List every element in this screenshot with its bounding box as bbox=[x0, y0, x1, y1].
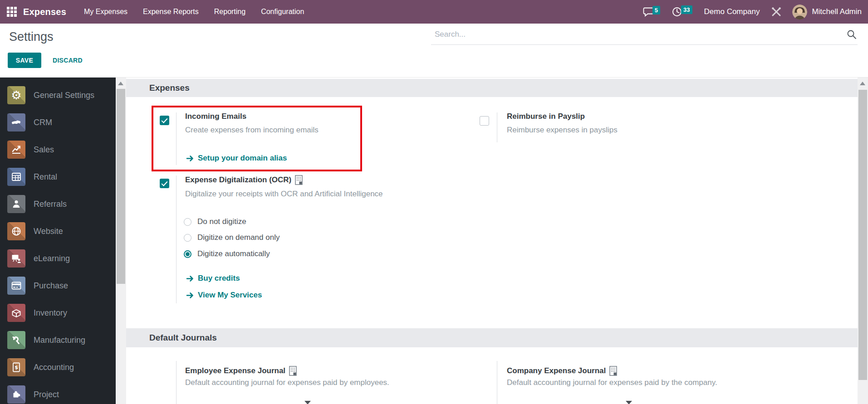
sidebar-item-website[interactable]: Website bbox=[0, 218, 116, 245]
app-title[interactable]: Expenses bbox=[23, 7, 66, 17]
sidebar-item-accounting[interactable]: $Accounting bbox=[0, 354, 116, 381]
reimburse-payslip-checkbox[interactable] bbox=[480, 116, 489, 126]
top-navbar: Expenses My ExpensesExpense ReportsRepor… bbox=[0, 0, 868, 24]
enterprise-icon bbox=[609, 366, 618, 376]
developer-tools-icon[interactable] bbox=[770, 6, 782, 18]
sidebar-item-label: Sales bbox=[34, 145, 54, 155]
sidebar-item-referrals[interactable]: Referrals bbox=[0, 190, 116, 218]
nav-item-my-expenses[interactable]: My Expenses bbox=[76, 0, 135, 24]
reimburse-payslip-description: Reimburse expenses in payslips bbox=[507, 126, 618, 135]
user-menu[interactable]: Mitchell Admin bbox=[812, 7, 862, 16]
sidebar-item-manufacturing[interactable]: Manufacturing bbox=[0, 326, 116, 354]
page-title: Settings bbox=[9, 30, 54, 44]
radio-option-digitize-automatically[interactable]: Digitize automatically bbox=[184, 249, 270, 258]
main-area: ⚙General SettingsCRMSalesRentalReferrals… bbox=[0, 77, 868, 404]
employee-journal-label: Employee Expense Journal bbox=[185, 366, 298, 376]
ocr-checkbox[interactable] bbox=[160, 179, 169, 188]
buy-credits-link[interactable]: Buy credits bbox=[186, 274, 240, 283]
activities-count-badge[interactable]: 33 bbox=[681, 5, 692, 14]
search-bar bbox=[431, 24, 858, 45]
search-input[interactable] bbox=[435, 26, 834, 43]
sidebar-scrollbar[interactable] bbox=[116, 78, 126, 404]
apps-menu-icon[interactable] bbox=[7, 7, 17, 17]
save-button[interactable]: SAVE bbox=[8, 53, 41, 68]
sidebar-item-label: CRM bbox=[34, 118, 52, 127]
incoming-emails-description: Create expenses from incoming emails bbox=[185, 126, 319, 135]
sidebar-item-label: General Settings bbox=[34, 91, 94, 100]
scrollbar-thumb[interactable] bbox=[117, 89, 125, 284]
control-panel: Settings SAVE DISCARD bbox=[0, 24, 868, 77]
invoice-icon: $ bbox=[7, 358, 25, 376]
scroll-up-arrow[interactable] bbox=[860, 82, 865, 85]
arrow-right-icon bbox=[186, 155, 194, 162]
nav-item-reporting[interactable]: Reporting bbox=[206, 0, 253, 24]
view-my-services-link[interactable]: View My Services bbox=[186, 291, 262, 300]
settings-content: Expenses Incoming Emails Create expenses… bbox=[126, 78, 858, 404]
spreadsheet-icon bbox=[7, 168, 25, 186]
radio-icon[interactable] bbox=[184, 234, 191, 242]
sidebar-item-general-settings[interactable]: ⚙General Settings bbox=[0, 82, 116, 109]
enterprise-icon bbox=[289, 366, 298, 376]
divider bbox=[176, 112, 177, 165]
sidebar-item-label: Website bbox=[34, 227, 63, 236]
nav-item-expense-reports[interactable]: Expense Reports bbox=[135, 0, 206, 24]
sidebar-item-sales[interactable]: Sales bbox=[0, 136, 116, 163]
sidebar-item-project[interactable]: Project bbox=[0, 381, 116, 404]
divider bbox=[497, 112, 497, 142]
ocr-description: Digitalize your receipts with OCR and Ar… bbox=[185, 190, 383, 199]
sidebar-item-label: Manufacturing bbox=[34, 336, 85, 345]
handshake-icon bbox=[7, 113, 25, 131]
section-header-expenses: Expenses bbox=[126, 79, 858, 97]
incoming-emails-checkbox[interactable] bbox=[160, 116, 169, 125]
user-avatar[interactable] bbox=[792, 5, 807, 19]
search-icon[interactable] bbox=[847, 29, 857, 41]
card-icon bbox=[7, 277, 25, 295]
wrench-icon bbox=[7, 331, 25, 349]
sidebar-item-label: Rental bbox=[34, 172, 57, 182]
presentation-icon bbox=[7, 249, 25, 268]
globe-icon bbox=[7, 222, 25, 240]
person-icon bbox=[7, 195, 25, 213]
sidebar-item-label: Accounting bbox=[34, 363, 74, 372]
box-icon bbox=[7, 304, 25, 322]
company-journal-label: Company Expense Journal bbox=[507, 366, 618, 376]
arrow-right-icon bbox=[186, 275, 194, 282]
sidebar-item-inventory[interactable]: Inventory bbox=[0, 299, 116, 326]
ocr-label: Expense Digitalization (OCR) bbox=[185, 175, 304, 185]
setup-domain-alias-link[interactable]: Setup your domain alias bbox=[186, 154, 287, 163]
arrow-right-icon bbox=[186, 292, 194, 299]
reimburse-payslip-label: Reimburse in Payslip bbox=[507, 112, 585, 121]
radio-selected-icon[interactable] bbox=[184, 250, 191, 258]
employee-journal-dropdown-caret[interactable] bbox=[304, 401, 311, 404]
messages-button[interactable]: 5 bbox=[643, 7, 660, 17]
radio-label: Digitize automatically bbox=[197, 249, 270, 258]
scrollbar-thumb[interactable] bbox=[858, 90, 867, 380]
sidebar-item-label: Referrals bbox=[34, 200, 67, 209]
messages-count-badge[interactable]: 5 bbox=[652, 6, 660, 15]
sidebar-item-label: Inventory bbox=[34, 308, 67, 318]
company-switcher[interactable]: Demo Company bbox=[704, 7, 760, 16]
sidebar-item-crm[interactable]: CRM bbox=[0, 109, 116, 136]
employee-journal-description: Default accounting journal for expenses … bbox=[185, 378, 389, 387]
activities-button[interactable]: 33 bbox=[672, 6, 692, 17]
sidebar-item-rental[interactable]: Rental bbox=[0, 163, 116, 190]
radio-option-do-not-digitize[interactable]: Do not digitize bbox=[184, 217, 246, 226]
radio-label: Do not digitize bbox=[197, 217, 246, 226]
incoming-emails-label: Incoming Emails bbox=[185, 112, 246, 121]
enterprise-icon bbox=[295, 175, 304, 185]
content-scrollbar[interactable] bbox=[858, 78, 868, 404]
discard-button[interactable]: DISCARD bbox=[53, 53, 83, 68]
chart-icon bbox=[7, 141, 25, 159]
gear-icon: ⚙ bbox=[7, 86, 25, 104]
radio-option-digitize-on-demand-only[interactable]: Digitize on demand only bbox=[184, 233, 280, 242]
nav-item-configuration[interactable]: Configuration bbox=[253, 0, 312, 24]
puzzle-icon bbox=[7, 385, 25, 404]
navbar-right: 5 33 Demo Company Mitchell Admin bbox=[643, 5, 862, 19]
radio-icon[interactable] bbox=[184, 218, 191, 226]
sidebar-item-elearning[interactable]: eLearning bbox=[0, 245, 116, 272]
sidebar-item-label: Purchase bbox=[34, 281, 68, 291]
company-journal-dropdown-caret[interactable] bbox=[626, 401, 632, 404]
radio-label: Digitize on demand only bbox=[197, 233, 280, 242]
scroll-up-arrow[interactable] bbox=[118, 82, 123, 85]
sidebar-item-purchase[interactable]: Purchase bbox=[0, 272, 116, 299]
